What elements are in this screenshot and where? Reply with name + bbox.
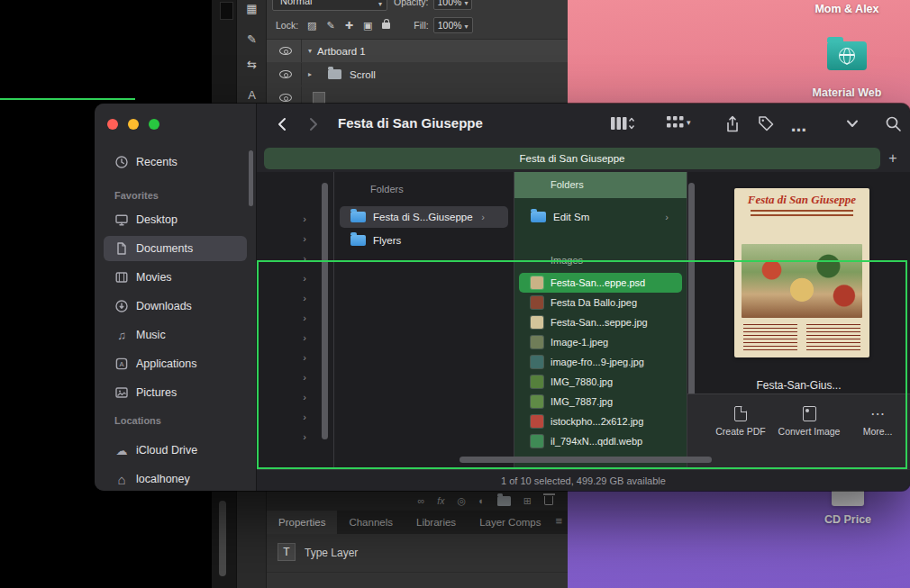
disclosure-down-icon[interactable]: ▾ (308, 47, 317, 55)
lock-all-icon[interactable] (382, 23, 390, 29)
file-row-selected[interactable]: Festa-San...eppe.psd (519, 273, 682, 293)
file-row[interactable]: Festa Da Ballo.jpeg (519, 293, 682, 312)
tab-libraries[interactable]: Libraries (405, 511, 468, 534)
sidebar-item-documents[interactable]: Documents (104, 236, 247, 261)
window-title: Festa di San Giuseppe (338, 115, 483, 131)
column-scrollbar[interactable] (322, 183, 328, 439)
folder-row-festa[interactable]: Festa di S...Giuseppe › (340, 206, 508, 228)
sidebar-item-label: Documents (136, 242, 193, 255)
poster-illustration (742, 244, 862, 318)
lock-pixels-icon[interactable]: ✎ (327, 20, 335, 32)
more-actions-button[interactable]: ⋯ More... (846, 403, 909, 439)
sidebar-item-downloads[interactable]: Downloads (104, 294, 247, 319)
layer-row-partial[interactable] (267, 86, 568, 104)
back-button[interactable] (269, 112, 295, 137)
layer-fx-icon[interactable]: fx (437, 495, 444, 506)
sidebar-item-applications[interactable]: A Applications (104, 351, 247, 376)
sidebar-item-desktop[interactable]: Desktop (104, 207, 247, 232)
opacity-label: Opacity: (394, 0, 429, 7)
folder-row-edit-sm[interactable]: Edit Sm › (520, 206, 681, 228)
preview-poster[interactable]: Festa di San Giuseppe (734, 188, 869, 357)
share-button[interactable] (724, 115, 741, 133)
tag-button[interactable] (758, 115, 774, 131)
fill-field[interactable]: 100%▾ (433, 17, 473, 33)
finder-sidebar: Recents Favorites Desktop Documents Movi… (95, 104, 257, 491)
sidebar-item-label: Pictures (136, 386, 177, 399)
type-panel-icon[interactable]: A (237, 88, 267, 102)
layer-row-artboard[interactable]: ▾ Artboard 1 (267, 40, 568, 62)
globe-icon (839, 48, 855, 64)
toolbar-chevron-button[interactable] (846, 120, 859, 128)
sidebar-item-icloud-drive[interactable]: ☁ iCloud Drive (104, 438, 247, 463)
opacity-field[interactable]: 100%▾ (433, 0, 473, 10)
type-layer-thumbnail[interactable]: T (278, 543, 296, 561)
folder-icon (350, 212, 366, 222)
create-pdf-button[interactable]: Create PDF (709, 403, 772, 439)
type-layer-label: Type Layer (305, 547, 358, 559)
layer-mask-icon[interactable]: ◎ (458, 495, 467, 507)
trash-icon[interactable] (544, 496, 553, 505)
new-tab-button[interactable]: + (883, 149, 903, 168)
tab-festa-di-san-giuseppe[interactable]: Festa di San Giuseppe (264, 148, 880, 169)
zoom-button[interactable] (149, 119, 159, 130)
sidebar-item-localhoney[interactable]: ⌂ localhoney (104, 466, 247, 491)
home-icon: ⌂ (114, 472, 129, 486)
new-layer-icon[interactable]: ⊞ (523, 495, 532, 507)
sidebar-item-pictures[interactable]: Pictures (104, 380, 247, 405)
view-columns-button[interactable] (610, 115, 635, 131)
color-swatch[interactable] (220, 2, 233, 20)
cloud-icon: ☁ (114, 443, 129, 457)
document-icon (114, 241, 129, 256)
horizontal-scrollbar[interactable] (460, 457, 712, 463)
eye-icon[interactable] (279, 47, 292, 55)
finder-window: Recents Favorites Desktop Documents Movi… (95, 104, 910, 491)
photoshop-scrollbar[interactable] (219, 501, 226, 576)
adjustment-layer-icon[interactable]: ◐ (478, 495, 485, 506)
eye-icon[interactable] (279, 70, 292, 78)
sidebar-item-label: iCloud Drive (136, 444, 197, 457)
sidebar-item-movies[interactable]: Movies (104, 265, 247, 290)
lock-position-icon[interactable]: ✚ (345, 20, 353, 32)
folders-header-band: Folders (514, 172, 687, 198)
image-icon (803, 406, 816, 421)
minimize-button[interactable] (128, 119, 139, 130)
layer-thumbnail[interactable] (313, 92, 325, 104)
sidebar-item-music[interactable]: ♫ Music (104, 322, 247, 348)
file-row[interactable]: istockpho...2x612.jpg (519, 412, 682, 431)
link-layers-icon[interactable]: ∞ (418, 495, 425, 506)
forward-button[interactable] (301, 112, 326, 137)
file-row[interactable]: IMG_7887.jpg (519, 392, 682, 412)
folder-row-flyers[interactable]: Flyers (340, 230, 508, 251)
eye-icon[interactable] (279, 94, 292, 102)
group-by-button[interactable]: ▾ (667, 115, 691, 129)
file-thumbnail (531, 296, 543, 309)
lock-transparency-icon[interactable]: ▨ (307, 20, 316, 32)
pencil-panel-icon[interactable]: ✎ (237, 32, 267, 46)
grid-panel-icon[interactable]: ▦ (237, 2, 267, 15)
sidebar-item-recents[interactable]: Recents (104, 149, 247, 175)
close-button[interactable] (107, 119, 118, 130)
material-web-folder-icon[interactable] (827, 41, 867, 70)
file-row[interactable]: Image-1.jpeg (519, 332, 682, 352)
panel-menu-icon[interactable]: ≡ (555, 514, 562, 528)
file-row[interactable]: image-fro...9-jpeg.jpg (519, 352, 682, 372)
column-folders: Folders Festa di S...Giuseppe › Flyers (334, 172, 514, 469)
lock-artboard-icon[interactable]: ▣ (363, 20, 372, 32)
more-actions-button[interactable]: ⋯ (791, 121, 806, 140)
file-row[interactable]: il_794xN...qddl.webp (519, 431, 682, 451)
file-row[interactable]: Festa-San...seppe.jpg (519, 312, 682, 332)
desktop-label-mom-alex: Mom & Alex (784, 3, 910, 15)
disclosure-right-icon[interactable]: ▸ (308, 70, 317, 78)
adjust-panel-icon[interactable]: ⇆ (237, 58, 267, 71)
convert-image-button[interactable]: Convert Image (778, 403, 841, 439)
sidebar-scrollbar[interactable] (249, 150, 253, 206)
file-row[interactable]: IMG_7880.jpg (519, 372, 682, 392)
tab-layer-comps[interactable]: Layer Comps (468, 511, 552, 534)
tab-channels[interactable]: Channels (337, 511, 405, 534)
tab-properties[interactable]: Properties (267, 511, 337, 534)
search-button[interactable] (885, 115, 902, 132)
blend-mode-select[interactable]: Normal ▾ (272, 0, 387, 11)
photoshop-bottom-panel: ∞ fx ◎ ◐ ⊞ Properties Channels Libraries… (266, 491, 568, 588)
new-group-icon[interactable] (497, 496, 511, 506)
layer-row-scroll[interactable]: ▸ Scroll (267, 63, 568, 86)
